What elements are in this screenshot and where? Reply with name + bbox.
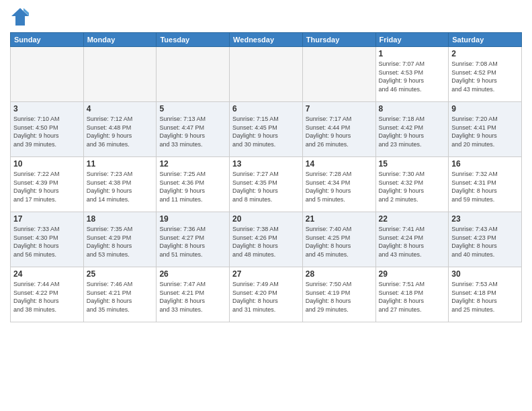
day-info: Sunrise: 7:12 AM Sunset: 4:48 PM Dayligh… — [87, 115, 154, 148]
calendar-cell: 27Sunrise: 7:49 AM Sunset: 4:20 PM Dayli… — [230, 267, 303, 322]
calendar-cell: 9Sunrise: 7:20 AM Sunset: 4:41 PM Daylig… — [449, 102, 522, 157]
logo — [10, 7, 33, 27]
day-info: Sunrise: 7:25 AM Sunset: 4:36 PM Dayligh… — [159, 170, 226, 203]
day-number: 7 — [306, 104, 373, 113]
calendar-cell: 18Sunrise: 7:35 AM Sunset: 4:29 PM Dayli… — [83, 212, 157, 267]
calendar-cell: 17Sunrise: 7:33 AM Sunset: 4:30 PM Dayli… — [11, 212, 84, 267]
day-number: 26 — [159, 269, 226, 279]
calendar-cell: 4Sunrise: 7:12 AM Sunset: 4:48 PM Daylig… — [83, 102, 157, 157]
day-number: 27 — [232, 269, 300, 279]
weekday-header-saturday: Saturday — [449, 33, 522, 47]
header-row: SundayMondayTuesdayWednesdayThursdayFrid… — [11, 33, 522, 47]
day-number: 28 — [306, 269, 373, 279]
logo-icon — [10, 7, 30, 27]
day-info: Sunrise: 7:51 AM Sunset: 4:18 PM Dayligh… — [379, 280, 446, 314]
weekday-header-wednesday: Wednesday — [230, 33, 303, 47]
day-info: Sunrise: 7:23 AM Sunset: 4:38 PM Dayligh… — [87, 170, 154, 203]
day-number: 9 — [451, 104, 519, 113]
day-info: Sunrise: 7:44 AM Sunset: 4:22 PM Dayligh… — [13, 280, 81, 314]
day-info: Sunrise: 7:13 AM Sunset: 4:47 PM Dayligh… — [159, 115, 226, 148]
day-number: 14 — [306, 159, 373, 169]
calendar-cell: 14Sunrise: 7:28 AM Sunset: 4:34 PM Dayli… — [302, 157, 375, 212]
day-info: Sunrise: 7:22 AM Sunset: 4:39 PM Dayligh… — [13, 170, 81, 203]
day-info: Sunrise: 7:18 AM Sunset: 4:42 PM Dayligh… — [379, 115, 446, 148]
day-number: 22 — [379, 214, 446, 224]
weekday-header-friday: Friday — [375, 33, 449, 47]
day-info: Sunrise: 7:32 AM Sunset: 4:31 PM Dayligh… — [451, 170, 519, 203]
day-info: Sunrise: 7:28 AM Sunset: 4:34 PM Dayligh… — [306, 170, 373, 203]
day-number: 10 — [13, 159, 81, 169]
day-info: Sunrise: 7:30 AM Sunset: 4:32 PM Dayligh… — [379, 170, 446, 203]
calendar-cell — [302, 47, 375, 102]
day-number: 2 — [451, 49, 519, 58]
calendar-cell: 30Sunrise: 7:53 AM Sunset: 4:18 PM Dayli… — [449, 267, 522, 322]
day-info: Sunrise: 7:33 AM Sunset: 4:30 PM Dayligh… — [13, 225, 81, 259]
week-row-4: 17Sunrise: 7:33 AM Sunset: 4:30 PM Dayli… — [11, 212, 522, 267]
day-number: 11 — [87, 159, 154, 169]
day-number: 15 — [379, 159, 446, 169]
day-number: 6 — [232, 104, 300, 113]
week-row-1: 1Sunrise: 7:07 AM Sunset: 4:53 PM Daylig… — [11, 47, 522, 102]
day-info: Sunrise: 7:27 AM Sunset: 4:35 PM Dayligh… — [232, 170, 300, 203]
day-number: 24 — [13, 269, 81, 279]
day-info: Sunrise: 7:40 AM Sunset: 4:25 PM Dayligh… — [306, 225, 373, 259]
calendar-cell: 24Sunrise: 7:44 AM Sunset: 4:22 PM Dayli… — [11, 267, 84, 322]
calendar-cell: 20Sunrise: 7:38 AM Sunset: 4:26 PM Dayli… — [230, 212, 303, 267]
calendar-cell: 25Sunrise: 7:46 AM Sunset: 4:21 PM Dayli… — [83, 267, 157, 322]
week-row-5: 24Sunrise: 7:44 AM Sunset: 4:22 PM Dayli… — [11, 267, 522, 322]
day-info: Sunrise: 7:36 AM Sunset: 4:27 PM Dayligh… — [159, 225, 226, 259]
day-info: Sunrise: 7:35 AM Sunset: 4:29 PM Dayligh… — [87, 225, 154, 259]
day-info: Sunrise: 7:17 AM Sunset: 4:44 PM Dayligh… — [306, 115, 373, 148]
day-number: 30 — [451, 269, 519, 279]
calendar-cell: 21Sunrise: 7:40 AM Sunset: 4:25 PM Dayli… — [302, 212, 375, 267]
calendar-cell: 23Sunrise: 7:43 AM Sunset: 4:23 PM Dayli… — [449, 212, 522, 267]
calendar-cell: 11Sunrise: 7:23 AM Sunset: 4:38 PM Dayli… — [83, 157, 157, 212]
weekday-header-monday: Monday — [83, 33, 157, 47]
day-number: 23 — [451, 214, 519, 224]
page-container: SundayMondayTuesdayWednesdayThursdayFrid… — [0, 0, 532, 326]
calendar-cell: 12Sunrise: 7:25 AM Sunset: 4:36 PM Dayli… — [157, 157, 230, 212]
calendar-cell: 22Sunrise: 7:41 AM Sunset: 4:24 PM Dayli… — [375, 212, 449, 267]
week-row-2: 3Sunrise: 7:10 AM Sunset: 4:50 PM Daylig… — [11, 102, 522, 157]
day-info: Sunrise: 7:46 AM Sunset: 4:21 PM Dayligh… — [87, 280, 154, 314]
calendar-cell: 28Sunrise: 7:50 AM Sunset: 4:19 PM Dayli… — [302, 267, 375, 322]
day-info: Sunrise: 7:10 AM Sunset: 4:50 PM Dayligh… — [13, 115, 81, 148]
weekday-header-sunday: Sunday — [11, 33, 84, 47]
day-number: 4 — [87, 104, 154, 113]
day-number: 21 — [306, 214, 373, 224]
calendar-cell: 26Sunrise: 7:47 AM Sunset: 4:21 PM Dayli… — [157, 267, 230, 322]
calendar-cell: 8Sunrise: 7:18 AM Sunset: 4:42 PM Daylig… — [375, 102, 449, 157]
weekday-header-tuesday: Tuesday — [157, 33, 230, 47]
day-number: 18 — [87, 214, 154, 224]
calendar-cell — [83, 47, 157, 102]
calendar-cell: 16Sunrise: 7:32 AM Sunset: 4:31 PM Dayli… — [449, 157, 522, 212]
day-info: Sunrise: 7:47 AM Sunset: 4:21 PM Dayligh… — [159, 280, 226, 314]
day-number: 25 — [87, 269, 154, 279]
day-number: 8 — [379, 104, 446, 113]
calendar-cell: 1Sunrise: 7:07 AM Sunset: 4:53 PM Daylig… — [375, 47, 449, 102]
calendar-cell: 29Sunrise: 7:51 AM Sunset: 4:18 PM Dayli… — [375, 267, 449, 322]
day-info: Sunrise: 7:41 AM Sunset: 4:24 PM Dayligh… — [379, 225, 446, 259]
day-number: 12 — [159, 159, 226, 169]
calendar-cell — [11, 47, 84, 102]
calendar-cell: 3Sunrise: 7:10 AM Sunset: 4:50 PM Daylig… — [11, 102, 84, 157]
header — [10, 7, 522, 27]
calendar-cell: 6Sunrise: 7:15 AM Sunset: 4:45 PM Daylig… — [230, 102, 303, 157]
day-info: Sunrise: 7:08 AM Sunset: 4:52 PM Dayligh… — [451, 60, 519, 93]
day-info: Sunrise: 7:53 AM Sunset: 4:18 PM Dayligh… — [451, 280, 519, 314]
day-number: 20 — [232, 214, 300, 224]
day-info: Sunrise: 7:50 AM Sunset: 4:19 PM Dayligh… — [306, 280, 373, 314]
calendar-cell: 7Sunrise: 7:17 AM Sunset: 4:44 PM Daylig… — [302, 102, 375, 157]
day-number: 16 — [451, 159, 519, 169]
calendar-cell: 5Sunrise: 7:13 AM Sunset: 4:47 PM Daylig… — [157, 102, 230, 157]
calendar-cell: 15Sunrise: 7:30 AM Sunset: 4:32 PM Dayli… — [375, 157, 449, 212]
day-number: 1 — [379, 49, 446, 58]
day-number: 17 — [13, 214, 81, 224]
day-info: Sunrise: 7:49 AM Sunset: 4:20 PM Dayligh… — [232, 280, 300, 314]
day-info: Sunrise: 7:07 AM Sunset: 4:53 PM Dayligh… — [379, 60, 446, 93]
day-info: Sunrise: 7:43 AM Sunset: 4:23 PM Dayligh… — [451, 225, 519, 259]
day-number: 3 — [13, 104, 81, 113]
day-number: 13 — [232, 159, 300, 169]
day-number: 19 — [159, 214, 226, 224]
calendar-cell: 13Sunrise: 7:27 AM Sunset: 4:35 PM Dayli… — [230, 157, 303, 212]
